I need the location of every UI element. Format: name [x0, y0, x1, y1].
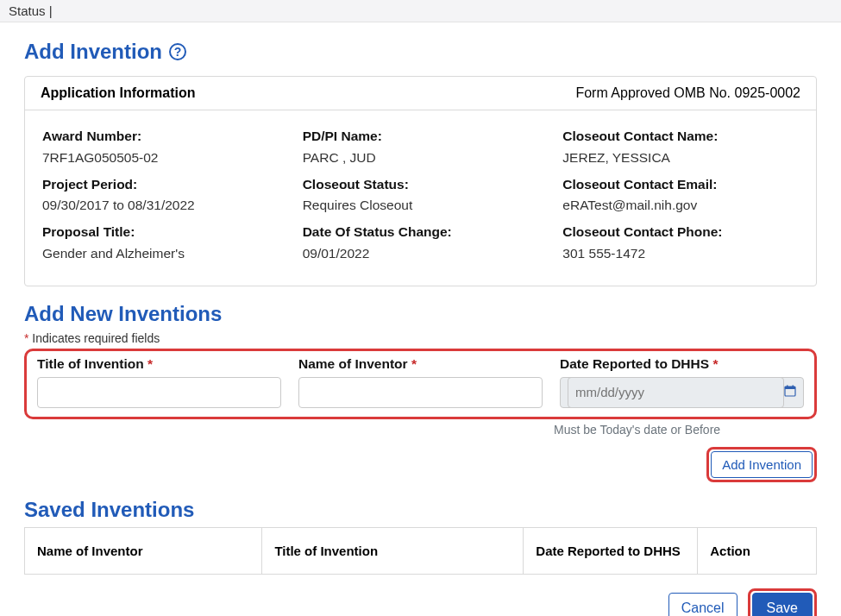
add-invention-highlight: Add Invention	[706, 447, 817, 482]
saved-table-head: Name of Inventor Title of Invention Date…	[25, 527, 817, 574]
project-period-value: 09/30/2017 to 08/31/2022	[42, 195, 279, 217]
award-number-value: 7RF1AG050505-02	[42, 148, 279, 169]
table-header-row: Name of Inventor Title of Invention Date…	[25, 527, 817, 574]
date-status-change-value: 09/01/2022	[303, 243, 539, 265]
title-asterisk: *	[147, 356, 153, 371]
proposal-title-value: Gender and Alzheimer's	[42, 243, 279, 265]
required-asterisk: *	[24, 331, 32, 345]
invention-fields-highlight: Title of Invention * Name of Inventor * …	[24, 349, 817, 419]
pdpi-name-value: PARC , JUD	[303, 148, 539, 169]
required-note-text: Indicates required fields	[32, 331, 160, 345]
svg-rect-1	[785, 387, 795, 389]
footer-actions: Cancel Save	[24, 588, 817, 616]
date-reported-wrap[interactable]	[560, 377, 804, 408]
page-title: Add Invention ?	[24, 40, 817, 64]
col-date-reported: Date Reported to DHHS	[524, 527, 698, 574]
contact-name-label: Closeout Contact Name:	[562, 126, 799, 148]
application-info-body: Award Number: 7RF1AG050505-02 Project Pe…	[25, 110, 816, 286]
contact-name-value: JEREZ, YESSICA	[562, 148, 799, 169]
closeout-status-value: Requires Closeout	[303, 195, 539, 217]
required-fields-note: * Indicates required fields	[24, 331, 817, 345]
svg-rect-3	[793, 386, 794, 388]
svg-rect-2	[787, 386, 788, 388]
add-invention-button-row: Add Invention	[24, 447, 817, 482]
info-col-1: Award Number: 7RF1AG050505-02 Project Pe…	[42, 126, 279, 270]
pdpi-name-label: PD/PI Name:	[303, 126, 539, 148]
name-of-inventor-label: Name of Inventor *	[298, 356, 543, 372]
proposal-title-label: Proposal Title:	[42, 222, 279, 243]
application-info-header: Application Information Form Approved OM…	[25, 77, 816, 110]
closeout-status-label: Closeout Status:	[303, 174, 539, 196]
date-hint-text: Must be Today's date or Before	[550, 423, 817, 437]
info-col-3: Closeout Contact Name: JEREZ, YESSICA Cl…	[562, 126, 799, 270]
top-status-bar: Status |	[0, 0, 841, 22]
award-number-label: Award Number:	[42, 126, 279, 148]
date-status-change-label: Date Of Status Change:	[303, 222, 539, 243]
save-highlight: Save	[748, 588, 817, 616]
saved-inventions-table: Name of Inventor Title of Invention Date…	[24, 527, 817, 575]
saved-inventions-title: Saved Inventions	[24, 498, 817, 522]
main-content: Add Invention ? Application Information …	[0, 22, 841, 616]
date-hint-row: Must be Today's date or Before	[24, 423, 817, 437]
contact-email-value: eRATest@mail.nih.gov	[562, 195, 799, 217]
name-of-inventor-col: Name of Inventor *	[298, 356, 543, 408]
project-period-label: Project Period:	[42, 174, 279, 196]
application-info-panel: Application Information Form Approved OM…	[24, 76, 817, 286]
application-info-title: Application Information	[41, 85, 196, 101]
title-of-invention-col: Title of Invention *	[37, 356, 281, 408]
date-reported-input[interactable]	[568, 377, 784, 408]
contact-phone-value: 301 555-1472	[562, 243, 799, 265]
title-of-invention-input[interactable]	[37, 377, 281, 408]
col-name-of-inventor: Name of Inventor	[25, 527, 262, 574]
page-title-text: Add Invention	[24, 40, 162, 64]
info-col-2: PD/PI Name: PARC , JUD Closeout Status: …	[303, 126, 539, 270]
cancel-button[interactable]: Cancel	[668, 593, 737, 616]
title-of-invention-label: Title of Invention *	[37, 356, 281, 372]
save-button[interactable]: Save	[752, 593, 813, 616]
status-label: Status	[9, 3, 46, 18]
calendar-icon[interactable]	[784, 385, 796, 399]
add-new-inventions-title: Add New Inventions	[24, 302, 817, 326]
add-invention-button[interactable]: Add Invention	[711, 451, 813, 478]
date-asterisk: *	[712, 356, 718, 371]
date-reported-label: Date Reported to DHHS *	[560, 356, 804, 372]
col-action: Action	[698, 527, 817, 574]
name-of-inventor-input[interactable]	[298, 377, 543, 408]
name-asterisk: *	[411, 356, 417, 371]
contact-phone-label: Closeout Contact Phone:	[562, 222, 799, 243]
form-approved-text: Form Approved OMB No. 0925-0002	[575, 85, 800, 101]
help-icon[interactable]: ?	[169, 43, 186, 60]
contact-email-label: Closeout Contact Email:	[562, 174, 799, 196]
date-reported-col: Date Reported to DHHS *	[560, 356, 804, 408]
col-title-of-invention: Title of Invention	[262, 527, 524, 574]
